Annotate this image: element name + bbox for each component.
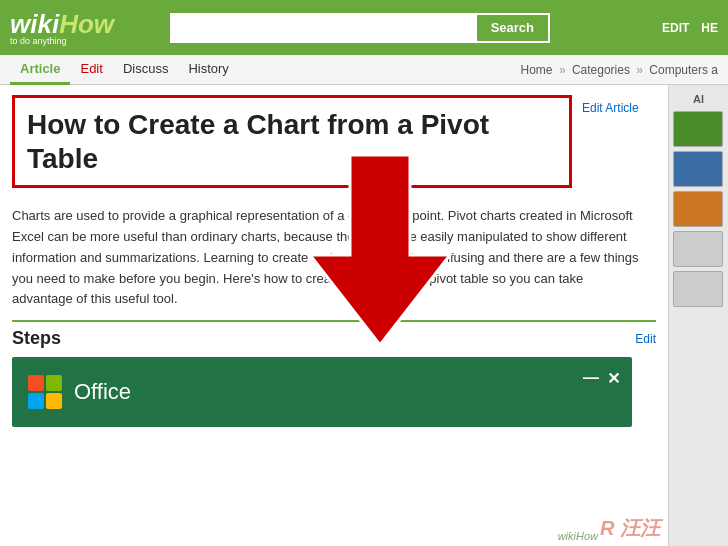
main-layout: How to Create a Chart from a Pivot Table…	[0, 85, 728, 546]
sidebar-thumb-3[interactable]	[673, 191, 723, 227]
logo-tagline: to do anything	[10, 36, 67, 46]
steps-section: Steps Edit Office — ✕	[12, 320, 656, 427]
sidebar-thumb-2[interactable]	[673, 151, 723, 187]
title-box: How to Create a Chart from a Pivot Table	[12, 95, 572, 188]
header-right: EDIT HE	[662, 21, 718, 35]
search-input[interactable]	[170, 13, 475, 43]
content-area: How to Create a Chart from a Pivot Table…	[0, 85, 668, 546]
steps-title: Steps	[12, 328, 61, 349]
wikihow-watermark: wikiHow	[558, 530, 598, 542]
tab-history[interactable]: History	[178, 55, 238, 85]
sidebar-label: Al	[673, 93, 724, 105]
logo-area: wikiHow to do anything	[10, 9, 150, 46]
office-label: Office	[74, 379, 131, 405]
office-dialog: Office — ✕	[12, 357, 632, 427]
nav-bar: Article Edit Discuss History Home » Cate…	[0, 55, 728, 85]
sidebar-thumb-5[interactable]	[673, 271, 723, 307]
svg-rect-1	[46, 375, 62, 391]
search-button[interactable]: Search	[475, 13, 550, 43]
watermark: R 汪汪	[592, 511, 668, 546]
office-icon	[26, 373, 64, 411]
svg-rect-0	[28, 375, 44, 391]
article-intro: Charts are used to provide a graphical r…	[12, 206, 642, 310]
breadcrumb-computers[interactable]: Computers a	[649, 63, 718, 77]
nav-tabs: Article Edit Discuss History	[10, 55, 239, 85]
search-area: Search	[170, 13, 550, 43]
breadcrumb: Home » Categories » Computers a	[521, 63, 718, 77]
article-title: How to Create a Chart from a Pivot Table	[27, 108, 557, 175]
breadcrumb-sep1: »	[559, 63, 569, 77]
breadcrumb-sep2: »	[636, 63, 646, 77]
header-edit-link[interactable]: EDIT	[662, 21, 689, 35]
breadcrumb-home[interactable]: Home	[521, 63, 553, 77]
sidebar-thumb-1[interactable]	[673, 111, 723, 147]
minimize-button[interactable]: —	[583, 369, 599, 388]
tab-article[interactable]: Article	[10, 55, 70, 85]
logo-how: How	[59, 9, 114, 40]
tab-discuss[interactable]: Discuss	[113, 55, 179, 85]
steps-edit-link[interactable]: Edit	[635, 332, 656, 346]
svg-rect-2	[28, 393, 44, 409]
steps-header: Steps Edit	[12, 328, 656, 349]
header-he-link[interactable]: HE	[701, 21, 718, 35]
site-header: wikiHow to do anything Search EDIT HE	[0, 0, 728, 55]
right-sidebar: Al	[668, 85, 728, 546]
svg-rect-3	[46, 393, 62, 409]
edit-article-link[interactable]: Edit Article	[582, 101, 639, 115]
close-button[interactable]: ✕	[607, 369, 620, 388]
breadcrumb-categories[interactable]: Categories	[572, 63, 630, 77]
tab-edit[interactable]: Edit	[70, 55, 112, 85]
dialog-controls: — ✕	[583, 369, 620, 388]
sidebar-thumb-4[interactable]	[673, 231, 723, 267]
